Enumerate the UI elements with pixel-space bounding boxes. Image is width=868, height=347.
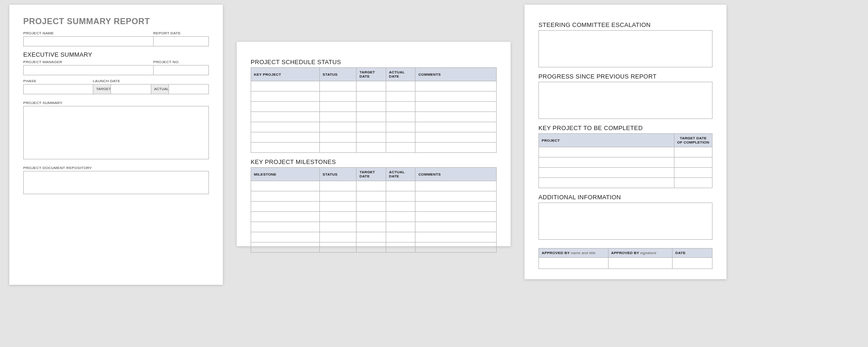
- th-approved-by-sig: APPROVED BY signature: [608, 249, 672, 258]
- table-row[interactable]: [539, 178, 713, 188]
- table-row[interactable]: [251, 102, 497, 112]
- heading-milestones: KEY PROJECT MILESTONES: [251, 158, 497, 165]
- heading-schedule-status: PROJECT SCHEDULE STATUS: [251, 59, 497, 65]
- input-project-manager[interactable]: [23, 65, 153, 75]
- heading-steering: STEERING COMMITTEE ESCALATION: [538, 21, 713, 28]
- input-report-date[interactable]: [153, 36, 209, 46]
- table-row[interactable]: [251, 122, 497, 132]
- th-status-2: STATUS: [320, 168, 356, 181]
- th-project: PROJECT: [539, 134, 674, 147]
- table-row[interactable]: [251, 143, 497, 153]
- th-target-completion: TARGET DATE OF COMPLETION: [674, 134, 712, 147]
- label-project-manager: PROJECT MANAGER: [23, 60, 153, 64]
- input-progress[interactable]: [538, 82, 713, 119]
- table-row[interactable]: [251, 92, 497, 102]
- input-project-summary[interactable]: [23, 106, 209, 159]
- label-project-name: PROJECT NAME: [23, 31, 153, 35]
- input-launch-actual[interactable]: [168, 84, 209, 94]
- table-row[interactable]: [251, 191, 497, 202]
- th-target-date: TARGET DATE: [356, 68, 386, 81]
- page-1: PROJECT SUMMARY REPORT PROJECT NAME REPO…: [9, 5, 223, 285]
- table-row[interactable]: [251, 242, 497, 253]
- report-title: PROJECT SUMMARY REPORT: [23, 17, 209, 26]
- page-2: PROJECT SCHEDULE STATUS KEY PROJECT STAT…: [237, 42, 511, 246]
- table-row[interactable]: [539, 147, 713, 157]
- table-row[interactable]: [251, 232, 497, 242]
- table-row[interactable]: [251, 112, 497, 122]
- input-repo[interactable]: [23, 171, 209, 194]
- table-row[interactable]: [251, 132, 497, 143]
- th-comments-2: COMMENTS: [415, 168, 497, 181]
- table-approval: APPROVED BY name and title APPROVED BY s…: [538, 248, 713, 269]
- page-3: STEERING COMMITTEE ESCALATION PROGRESS S…: [525, 5, 726, 279]
- table-row[interactable]: [251, 81, 497, 92]
- label-report-date: REPORT DATE: [153, 31, 209, 35]
- th-approved-by-name: APPROVED BY name and title: [539, 249, 609, 258]
- heading-executive-summary: EXECUTIVE SUMMARY: [23, 51, 209, 58]
- table-row[interactable]: [251, 212, 497, 222]
- table-row[interactable]: [251, 202, 497, 212]
- input-project-name[interactable]: [23, 36, 153, 46]
- th-date: DATE: [672, 249, 712, 258]
- input-phase[interactable]: [23, 84, 93, 94]
- label-project-no: PROJECT NO.: [153, 60, 209, 64]
- input-launch-target[interactable]: [110, 84, 151, 94]
- label-launch-date: LAUNCH DATE: [93, 79, 209, 83]
- th-milestone: MILESTONE: [251, 168, 320, 181]
- label-repo: PROJECT DOCUMENT REPOSITORY: [23, 166, 209, 170]
- th-target-date-2: TARGET DATE: [356, 168, 386, 181]
- table-row[interactable]: [539, 168, 713, 178]
- table-row[interactable]: [539, 258, 713, 269]
- table-milestones: MILESTONE STATUS TARGET DATE ACTUAL DATE…: [251, 167, 497, 253]
- input-additional-info[interactable]: [538, 203, 713, 240]
- heading-key-project-completed: KEY PROJECT TO BE COMPLETED: [538, 124, 713, 131]
- heading-additional-info: ADDITIONAL INFORMATION: [538, 194, 713, 201]
- table-row[interactable]: [251, 222, 497, 232]
- th-key-project: KEY PROJECT: [251, 68, 320, 81]
- label-project-summary: PROJECT SUMMARY: [23, 101, 209, 105]
- th-actual-date-2: ACTUAL DATE: [386, 168, 415, 181]
- label-phase: PHASE: [23, 79, 93, 83]
- table-schedule-status: KEY PROJECT STATUS TARGET DATE ACTUAL DA…: [251, 67, 497, 153]
- th-status: STATUS: [320, 68, 356, 81]
- th-comments: COMMENTS: [415, 68, 497, 81]
- label-target: TARGET: [93, 84, 110, 94]
- th-actual-date: ACTUAL DATE: [386, 68, 415, 81]
- table-row[interactable]: [539, 157, 713, 168]
- label-actual: ACTUAL: [151, 84, 168, 94]
- table-key-project-completed: PROJECT TARGET DATE OF COMPLETION: [538, 133, 713, 188]
- input-steering[interactable]: [538, 30, 713, 67]
- input-project-no[interactable]: [153, 65, 209, 75]
- heading-progress: PROGRESS SINCE PREVIOUS REPORT: [538, 73, 713, 80]
- table-row[interactable]: [251, 181, 497, 191]
